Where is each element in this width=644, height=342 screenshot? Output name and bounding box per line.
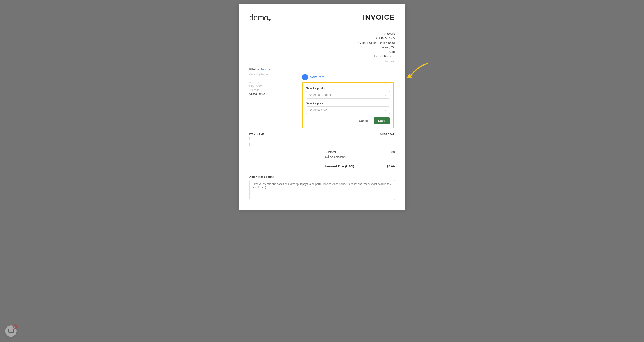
invoice-header: demo INVOICE <box>249 13 395 26</box>
plus-icon: + <box>302 74 308 80</box>
product-label: Select a product <box>306 87 390 90</box>
popup-actions: Cancel Save <box>306 117 390 124</box>
subtotal-section: Subtotal 0.00 Add discount Amount Due (U… <box>249 150 395 168</box>
invoice-title: INVOICE <box>363 13 395 21</box>
company-account-label: Account <box>249 32 395 36</box>
company-city-state: Irvine , CA <box>249 45 395 50</box>
product-select[interactable]: Select a product <box>306 91 390 99</box>
table-row-empty <box>249 137 395 146</box>
company-logo: demo <box>249 13 270 22</box>
price-label: Select a price <box>306 102 390 105</box>
notes-textarea[interactable] <box>249 180 395 200</box>
col-item-name: ITEM NAME <box>249 133 265 136</box>
add-discount-label[interactable]: Add discount <box>330 155 346 159</box>
amount-due-row: Amount Due (USD) $0.00 <box>325 162 395 168</box>
billing-city-state[interactable]: City , State <box>249 85 293 88</box>
billing-address[interactable]: Address <box>249 81 293 84</box>
company-info: Account +19495552555 17100 Laguna Canyon… <box>249 32 395 64</box>
billing-zip[interactable]: Zip code <box>249 89 293 92</box>
notes-section: Add Notes / Terms <box>249 175 395 201</box>
product-select-wrapper: Select a product ⌄ <box>306 91 390 99</box>
col-subtotal: SUBTOTAL <box>380 133 395 136</box>
table-header: ITEM NAME SUBTOTAL <box>249 133 395 137</box>
discount-icon <box>325 155 329 158</box>
billing-name[interactable]: Test <box>249 77 293 80</box>
amount-due-label: Amount Due (USD) <box>325 164 354 168</box>
cancel-button[interactable]: Cancel <box>356 117 371 124</box>
billing-country[interactable]: United States <box>249 93 293 96</box>
company-zip: 92618 <box>249 50 395 54</box>
chevron-down-icon: ⌄ <box>392 54 395 59</box>
remove-link[interactable]: Remove <box>260 68 270 71</box>
amount-due-value: $0.00 <box>386 164 395 168</box>
country-select[interactable]: United States ⌄ <box>374 54 395 59</box>
price-select[interactable]: Select a price <box>306 106 390 114</box>
notes-label: Add Notes / Terms <box>249 175 395 178</box>
price-select-wrapper: Select a price ⌄ <box>306 106 390 114</box>
subtotal-row: Subtotal 0.00 <box>325 150 395 154</box>
add-discount-row[interactable]: Add discount <box>325 155 395 159</box>
billing-section: Billed to Remove Company Name Test Addre… <box>249 68 395 129</box>
company-phone: +19495552555 <box>249 36 395 41</box>
billed-to-section: Billed to Remove Company Name Test Addre… <box>249 68 293 129</box>
product-popup: Select a product Select a product ⌄ Sele… <box>302 82 394 129</box>
new-item-button[interactable]: + New Item <box>302 74 325 80</box>
new-item-area: + New Item Select a product Select a pro… <box>293 68 395 129</box>
billed-to-header: Billed to Remove <box>249 68 293 71</box>
billing-company-name[interactable]: Company Name <box>249 73 293 76</box>
subtotal-value: 0.00 <box>389 150 395 154</box>
save-button[interactable]: Save <box>374 117 390 124</box>
website-field[interactable]: Website <box>249 59 395 64</box>
company-address: 17100 Laguna Canyon Road <box>249 41 395 45</box>
subtotal-label: Subtotal <box>325 150 336 154</box>
price-section: Select a price Select a price ⌄ <box>306 102 390 114</box>
